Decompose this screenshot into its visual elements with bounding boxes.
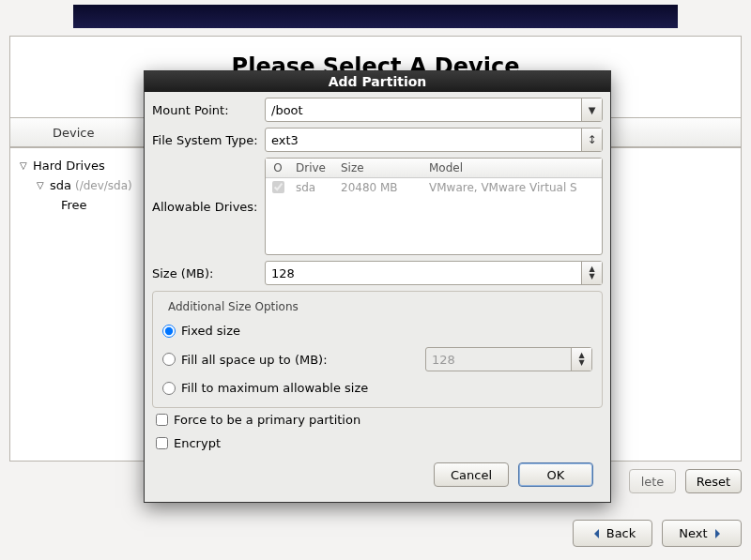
spinner-icon[interactable]: ▲▼ (581, 262, 602, 284)
tree-label-path: (/dev/sda) (75, 179, 132, 192)
expander-icon[interactable]: ▽ (20, 160, 29, 171)
opt-label: Fill all space up to (MB): (181, 353, 328, 367)
next-label: Next (679, 526, 707, 540)
fill-up-spinner: 128 ▲▼ (425, 347, 592, 371)
fill-up-value: 128 (432, 353, 455, 367)
size-label: Size (MB): (152, 266, 265, 280)
drive-name: sda (290, 178, 335, 199)
opt-fill-up-to[interactable]: Fill all space up to (MB): 128 ▲▼ (162, 342, 592, 376)
expander-icon[interactable]: ▽ (37, 180, 46, 190)
allowable-drives-list[interactable]: O Drive Size Model sda 20480 MB VMware, … (265, 158, 603, 255)
drive-size: 20480 MB (335, 178, 423, 199)
opt-label: Fixed size (181, 324, 240, 338)
drive-checkbox[interactable] (272, 181, 284, 193)
force-primary-row[interactable]: Force to be a primary partition (152, 408, 603, 431)
drives-col-drive[interactable]: Drive (290, 159, 335, 177)
drives-col-check[interactable]: O (266, 159, 290, 177)
opt-label: Fill to maximum allowable size (181, 381, 368, 395)
add-partition-dialog: Add Partition Mount Point: /boot ▼ File … (144, 70, 611, 503)
drives-col-model[interactable]: Model (423, 159, 602, 177)
checkbox-label: Encrypt (174, 436, 221, 450)
opt-fixed-size[interactable]: Fixed size (162, 319, 592, 342)
updown-icon[interactable]: ↕ (581, 129, 602, 151)
fs-type-combo[interactable]: ext3 ↕ (265, 128, 603, 152)
radio-fixed[interactable] (162, 325, 176, 338)
fs-type-value: ext3 (271, 133, 299, 147)
radio-fill-max[interactable] (162, 382, 176, 395)
fs-type-label: File System Type: (152, 133, 265, 147)
drives-col-size[interactable]: Size (335, 159, 423, 177)
chevron-down-icon[interactable]: ▼ (581, 98, 602, 121)
checkbox-force-primary[interactable] (156, 414, 168, 426)
tree-label: sda (50, 178, 71, 192)
allowable-drives-label: Allowable Drives: (152, 200, 265, 214)
opt-fill-max[interactable]: Fill to maximum allowable size (162, 376, 592, 400)
tree-label: Hard Drives (33, 159, 105, 173)
dialog-titlebar[interactable]: Add Partition (145, 71, 610, 92)
encrypt-row[interactable]: Encrypt (152, 431, 603, 455)
spinner-icon: ▲▼ (571, 348, 591, 371)
delete-button[interactable]: lete (629, 469, 676, 493)
mount-point-label: Mount Point: (152, 103, 265, 117)
reset-button[interactable]: Reset (685, 469, 742, 493)
mount-point-combo[interactable]: /boot ▼ (265, 98, 603, 122)
panel-button-row: lete Reset (9, 469, 742, 497)
drives-header: O Drive Size Model (266, 159, 602, 178)
drive-model: VMware, VMware Virtual S (423, 178, 602, 199)
size-value: 128 (271, 266, 295, 280)
checkbox-label: Force to be a primary partition (174, 413, 360, 427)
size-spinner[interactable]: 128 ▲▼ (265, 261, 603, 285)
back-button[interactable]: Back (573, 520, 652, 547)
additional-size-options: Additional Size Options Fixed size Fill … (152, 291, 603, 408)
top-banner (73, 5, 678, 28)
drive-row[interactable]: sda 20480 MB VMware, VMware Virtual S (266, 178, 602, 199)
back-label: Back (606, 526, 636, 540)
tree-label: Free (61, 198, 87, 212)
fieldset-legend: Additional Size Options (164, 300, 302, 313)
next-button[interactable]: Next (662, 520, 742, 547)
radio-fill-up[interactable] (162, 353, 176, 366)
mount-point-value: /boot (271, 103, 303, 117)
checkbox-encrypt[interactable] (156, 437, 168, 449)
wizard-nav: Back Next (9, 520, 742, 548)
